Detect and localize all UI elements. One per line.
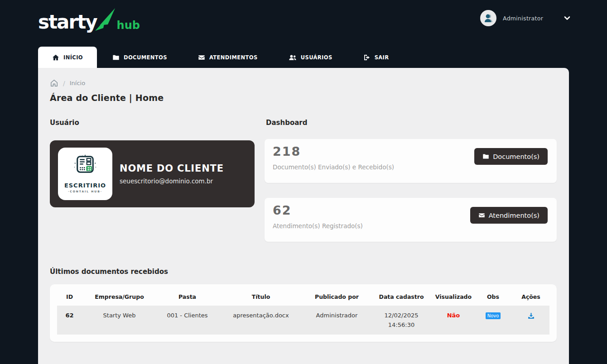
client-name: NOME DO CLIENTE: [120, 163, 224, 174]
content-panel: / Início Área do Cliente | Home Usuário: [38, 68, 569, 364]
dashboard-heading: Dashboard: [266, 119, 307, 127]
tab-usuarios[interactable]: USUÁRIOS: [273, 47, 348, 68]
tab-inicio[interactable]: INÍCIO: [38, 47, 97, 68]
cell-pasta: 001 - Clientes: [157, 306, 218, 335]
breadcrumb-current[interactable]: Início: [70, 80, 85, 86]
table-header-row: ID Empresa/Grupo Pasta Título Publicado …: [57, 287, 549, 306]
col-data-cadastro: Data cadastro: [370, 287, 433, 306]
envelope-icon: [198, 54, 205, 61]
col-id: ID: [57, 287, 82, 306]
logo-arrow-icon: [95, 8, 116, 33]
folder-icon: [482, 153, 489, 160]
app-logo[interactable]: starty hub: [38, 8, 140, 32]
breadcrumb: / Início: [50, 79, 85, 87]
client-email: seuescritorio@dominio.com.br: [120, 177, 224, 185]
documents-button[interactable]: Documento(s): [474, 148, 548, 165]
cell-empresa: Starty Web: [82, 306, 157, 335]
cell-obs: Novo: [474, 306, 512, 335]
novo-badge: Novo: [486, 312, 501, 319]
col-pasta: Pasta: [157, 287, 218, 306]
documents-table: ID Empresa/Grupo Pasta Título Publicado …: [57, 287, 549, 335]
download-icon[interactable]: [527, 312, 535, 321]
atendimentos-button[interactable]: Atendimento(s): [470, 207, 548, 224]
escritorio-logo-icon: [71, 155, 99, 181]
col-empresa: Empresa/Grupo: [82, 287, 157, 306]
person-icon: [483, 13, 494, 24]
atendimentos-count-label: Atendimento(s) Registrado(s): [273, 222, 363, 230]
breadcrumb-separator: /: [63, 80, 65, 87]
cell-time: 14:56:30: [371, 321, 431, 328]
user-menu[interactable]: Administrator: [480, 10, 571, 26]
user-name-label: Administrator: [503, 15, 543, 22]
avatar[interactable]: [480, 10, 496, 26]
col-titulo: Título: [218, 287, 304, 306]
documents-count: 218: [273, 144, 301, 158]
page-title: Área do Cliente | Home: [50, 93, 164, 103]
documents-table-card: ID Empresa/Grupo Pasta Título Publicado …: [50, 284, 557, 342]
tab-documentos[interactable]: DOCUMENTOS: [97, 47, 183, 68]
envelope-icon: [478, 212, 485, 219]
sign-out-icon: [363, 54, 371, 61]
user-card: ESCRITIRIO ·CONTAIL HUB· NOME DO CLIENTE…: [50, 140, 255, 207]
documents-stat-card: 218 Documento(s) Enviado(s) e Recebido(s…: [265, 139, 557, 183]
logo-text: starty: [38, 13, 97, 32]
users-icon: [289, 54, 297, 61]
cell-publicado-por: Administrador: [304, 306, 370, 335]
home-outline-icon[interactable]: [50, 79, 58, 87]
documents-count-label: Documento(s) Enviado(s) e Recebido(s): [273, 163, 394, 171]
cell-titulo: apresentação.docx: [218, 306, 304, 335]
client-logo: ESCRITIRIO ·CONTAIL HUB·: [58, 148, 112, 200]
cell-data-cadastro: 12/02/2025 14:56:30: [370, 306, 433, 335]
chevron-down-icon[interactable]: [564, 14, 571, 22]
tab-atendimentos[interactable]: ATENDIMENTOS: [183, 47, 273, 68]
logo-suffix: hub: [117, 20, 140, 31]
main-nav: INÍCIO DOCUMENTOS ATENDIMENTOS USUÁRIOS …: [38, 47, 405, 68]
atendimentos-count: 62: [273, 203, 292, 217]
col-visualizado: Visualizado: [433, 287, 474, 306]
atendimentos-stat-card: 62 Atendimento(s) Registrado(s) Atendime…: [265, 198, 557, 242]
col-acoes: Ações: [512, 287, 549, 306]
cell-acoes: [512, 306, 549, 335]
cell-visualizado: Não: [433, 306, 474, 335]
home-icon: [52, 54, 59, 61]
client-logo-subtitle: ·CONTAIL HUB·: [68, 190, 102, 193]
cell-id: 62: [57, 306, 82, 335]
client-logo-title: ESCRITIRIO: [64, 182, 106, 189]
table-row: 62 Starty Web 001 - Clientes apresentaçã…: [57, 306, 549, 335]
col-publicado-por: Publicado por: [304, 287, 370, 306]
usuario-heading: Usuário: [50, 119, 79, 127]
folder-icon: [112, 54, 120, 61]
tab-sair[interactable]: SAIR: [348, 47, 405, 68]
col-obs: Obs: [474, 287, 512, 306]
documents-table-heading: Últimos documentos recebidos: [50, 268, 168, 276]
cell-date: 12/02/2025: [385, 312, 419, 319]
